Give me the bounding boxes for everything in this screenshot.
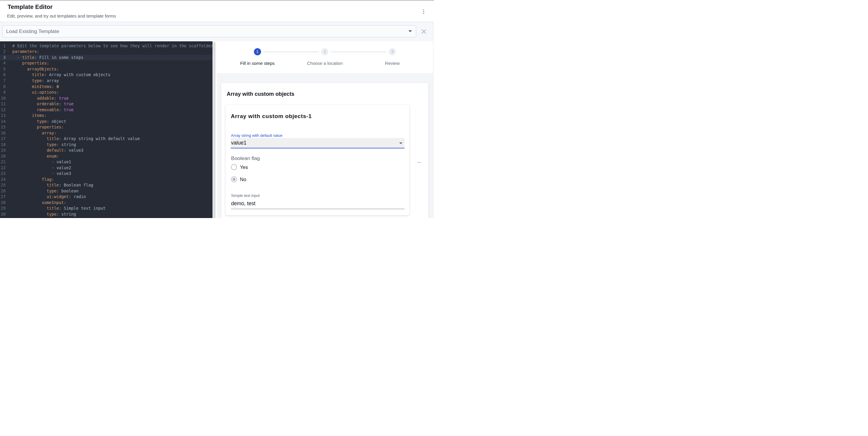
page-title: Template Editor [8,4,53,10]
line-content: orderable: true [6,101,73,107]
code-line-16[interactable]: 16 array: [0,130,213,136]
more-options-button[interactable] [418,6,429,17]
line-number: 9 [0,90,6,96]
clear-selection-button[interactable] [419,27,429,36]
code-line-24[interactable]: 24 flag: [0,177,213,182]
template-editor-page: Template Editor Edit, preview, and try o… [0,0,434,218]
line-content: properties: [6,60,49,66]
line-content: arrayObjects: [6,66,59,72]
text-field-value[interactable]: demo, test [231,201,255,206]
code-line-13[interactable]: 13 items: [0,113,213,119]
line-number: 13 [0,113,6,119]
code-line-25[interactable]: 25 title: Boolean flag [0,182,213,188]
line-number: 15 [0,124,6,130]
select-value: value1 [231,140,246,146]
code-line-4[interactable]: 4 properties: [0,60,213,66]
step-circle-2[interactable]: 2 [321,48,328,55]
code-line-1[interactable]: 1# Edit the template parameters below to… [0,43,213,49]
code-line-2[interactable]: 2parameters: [0,49,213,55]
yaml-code-editor[interactable]: 1# Edit the template parameters below to… [0,41,213,218]
remove-array-item-button[interactable] [413,157,425,168]
code-line-21[interactable]: 21 - value1 [0,159,213,165]
step-circle-1[interactable]: 1 [254,48,261,55]
step-label-1: Fill in some steps [219,61,296,66]
line-content: properties: [6,124,64,130]
code-line-17[interactable]: 17 title: Array string with default valu… [0,136,213,142]
editor-scrollbar-thumb[interactable] [213,42,216,218]
code-line-18[interactable]: 18 type: string [0,142,213,148]
code-line-14[interactable]: 14 type: object [0,119,213,125]
code-lines: 1# Edit the template parameters below to… [0,43,213,217]
line-content: type: string [6,142,76,148]
line-content: title: Array with custom objects [6,72,111,78]
code-line-19[interactable]: 19 default: value3 [0,147,213,154]
line-number: 16 [0,130,6,136]
radio-option-no[interactable]: No [231,173,246,186]
line-number: 7 [0,78,6,84]
array-section-title: Array with custom objects [227,91,294,97]
code-line-10[interactable]: 10 addable: true [0,96,213,101]
code-line-27[interactable]: 27 ui:widget: radio [0,194,213,200]
code-line-15[interactable]: 15 properties: [0,124,213,130]
dropdown-arrow-icon [408,30,412,32]
code-line-11[interactable]: 11 orderable: true [0,101,213,107]
code-line-7[interactable]: 7 type: array [0,78,213,84]
line-number: 26 [0,188,6,194]
line-content: - value3 [6,171,71,177]
line-content: title: Boolean flag [6,182,93,188]
line-number: 21 [0,159,6,165]
line-content: parameters: [6,49,39,55]
line-number: 4 [0,60,6,66]
code-line-30[interactable]: 30 type: string [0,211,213,217]
stepper-section: 1Fill in some steps2Choose a location3Re… [217,41,433,73]
line-number: 1 [0,43,6,49]
step-label-3: Review [353,61,431,66]
line-number: 19 [0,147,6,154]
radio-option-label: No [240,177,246,182]
line-number: 23 [0,171,6,177]
line-number: 29 [0,205,6,211]
code-line-5[interactable]: 5 arrayObjects: [0,66,213,72]
step-connector-1 [264,52,319,52]
code-line-23[interactable]: 23 - value3 [0,171,213,177]
line-content: addable: true [6,96,69,101]
code-line-22[interactable]: 22 - value2 [0,165,213,171]
line-number: 30 [0,211,6,217]
line-number: 8 [0,84,6,90]
select-focus-underline [231,148,405,148]
line-number: 25 [0,182,6,188]
code-line-8[interactable]: 8 minItems: 0 [0,84,213,90]
line-number: 14 [0,119,6,125]
line-number: 3 [0,55,6,61]
line-number: 6 [0,72,6,78]
code-line-26[interactable]: 26 type: boolean [0,188,213,194]
code-line-9[interactable]: 9 ui:options: [0,90,213,96]
array-item-title: Array with custom objects-1 [231,113,312,119]
load-template-select[interactable]: Load Existing Template [2,25,416,37]
code-line-12[interactable]: 12 removable: true [0,107,213,113]
radio-option-label: Yes [240,164,248,170]
code-line-29[interactable]: 29 title: Simple text input [0,205,213,211]
radio-option-yes[interactable]: Yes [231,161,248,173]
line-number: 27 [0,194,6,200]
line-number: 5 [0,66,6,72]
code-line-20[interactable]: 20 enum: [0,154,213,159]
code-line-28[interactable]: 28 someInput: [0,200,213,206]
line-content: # Edit the template parameters below to … [6,43,213,49]
close-icon [422,29,426,34]
line-content: title: Simple text input [6,205,106,211]
text-field-underline [231,209,405,209]
step-label-2: Choose a location [286,61,364,66]
step-circle-3[interactable]: 3 [389,48,396,55]
editor-bottom-shade [0,217,213,218]
line-number: 17 [0,136,6,142]
kebab-vertical-icon [420,8,427,15]
code-line-3[interactable]: 3 - title: Fill in some steps [0,55,213,61]
line-number: 11 [0,101,6,107]
line-content: default: value3 [6,147,83,154]
array-string-select[interactable]: value1 [231,138,405,147]
line-number: 18 [0,142,6,148]
minus-icon [417,162,421,163]
code-line-6[interactable]: 6 title: Array with custom objects [0,72,213,78]
line-content: someInput: [6,200,66,206]
